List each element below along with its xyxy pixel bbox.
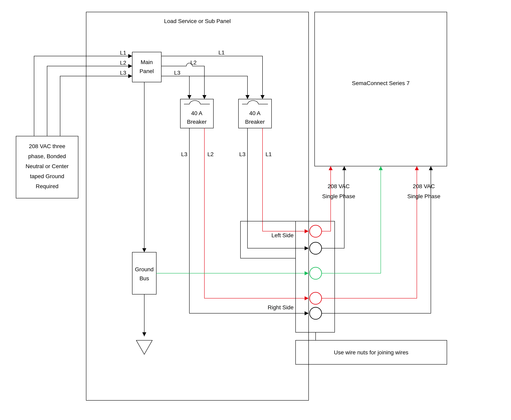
wire-nut-green	[310, 267, 322, 279]
arrow	[128, 64, 132, 68]
arrow	[415, 166, 419, 170]
wire-mp-l3-a	[161, 76, 189, 99]
ground-bus-l2: Bus	[139, 275, 149, 281]
main-panel-box	[132, 52, 161, 82]
arrow	[305, 271, 309, 275]
ground-bus-l1: Ground	[135, 266, 154, 272]
phase-b-l2: Single Phase	[407, 193, 440, 199]
arrow	[261, 95, 264, 99]
arrow	[305, 311, 309, 315]
wiring-diagram: Load Service or Sub Panel 208 VAC three …	[0, 0, 511, 420]
phase-b-l1: 208 VAC	[413, 183, 435, 189]
device-label: SemaConnect Series 7	[352, 80, 410, 86]
lbl-l1-in: L1	[120, 50, 126, 56]
main-panel-l2: Panel	[139, 68, 154, 74]
breaker-b-symbol-icon	[242, 100, 268, 104]
source-l2: phase, Bonded	[28, 153, 66, 159]
arrow	[202, 95, 206, 99]
wire-src-l3	[60, 76, 132, 136]
breaker-a-l2: Breaker	[187, 119, 207, 125]
arrow	[142, 248, 146, 252]
breaker-b-l2: Breaker	[245, 119, 265, 125]
lbl-l3-a: L3	[174, 70, 180, 76]
wire-nut-red-1	[310, 225, 322, 237]
left-side-box	[240, 221, 295, 258]
phase-a-l1: 208 VAC	[328, 183, 350, 189]
left-side-label: Left Side	[271, 232, 294, 238]
source-l5: Required	[36, 183, 59, 189]
arrow	[379, 166, 383, 170]
lbl-brB-l3: L3	[239, 151, 246, 157]
arrow	[305, 229, 309, 233]
ground-bus-box	[132, 252, 156, 294]
wire-src-l2	[47, 66, 132, 136]
arrow	[329, 166, 333, 170]
lbl-brB-l1: L1	[265, 151, 272, 157]
wire-brB-l1	[263, 128, 309, 231]
panel-box	[86, 12, 309, 400]
source-l1: 208 VAC three	[29, 143, 65, 149]
wire-mp-l2-a-seg2	[192, 66, 204, 99]
arrow	[305, 246, 309, 250]
arrow	[305, 296, 309, 300]
right-side-label: Right Side	[268, 304, 294, 310]
breaker-a-l1: 40 A	[191, 110, 202, 116]
phase-a-l2: Single Phase	[322, 193, 355, 199]
wire-src-l1	[34, 56, 132, 136]
arrow	[142, 332, 146, 336]
lbl-l1-b: L1	[218, 49, 225, 56]
note-text: Use wire nuts for joining wires	[334, 349, 408, 356]
wire-brB-l3	[248, 128, 309, 248]
wire-nut-block	[295, 221, 335, 332]
arrow	[342, 166, 346, 170]
wire-dev-black1	[322, 166, 344, 248]
source-l4: taped Ground	[30, 173, 64, 179]
arrow	[128, 74, 132, 78]
arrow	[128, 54, 132, 58]
wire-nut-black-1	[310, 242, 322, 254]
lbl-l3-in: L3	[120, 70, 126, 76]
lbl-brA-l3: L3	[181, 151, 187, 157]
breaker-a-symbol-icon	[184, 100, 210, 104]
source-l3: Neutral or Center	[26, 163, 69, 169]
wire-nut-black-2	[310, 307, 322, 319]
lbl-l2-in: L2	[120, 60, 126, 66]
panel-title: Load Service or Sub Panel	[164, 18, 231, 24]
wire-nut-red-2	[310, 292, 322, 304]
arrow	[429, 166, 433, 170]
main-panel-l1: Main	[141, 59, 153, 65]
arrow	[246, 95, 249, 99]
arrow	[187, 95, 191, 99]
wire-mp-l3-b	[189, 76, 248, 99]
breaker-b-l1: 40 A	[249, 110, 261, 116]
lbl-l2-a: L2	[190, 60, 197, 66]
lbl-brA-l2: L2	[207, 151, 214, 157]
device-box	[315, 12, 447, 166]
wire-brA-l2	[204, 128, 309, 298]
ground-symbol-icon	[136, 340, 152, 354]
